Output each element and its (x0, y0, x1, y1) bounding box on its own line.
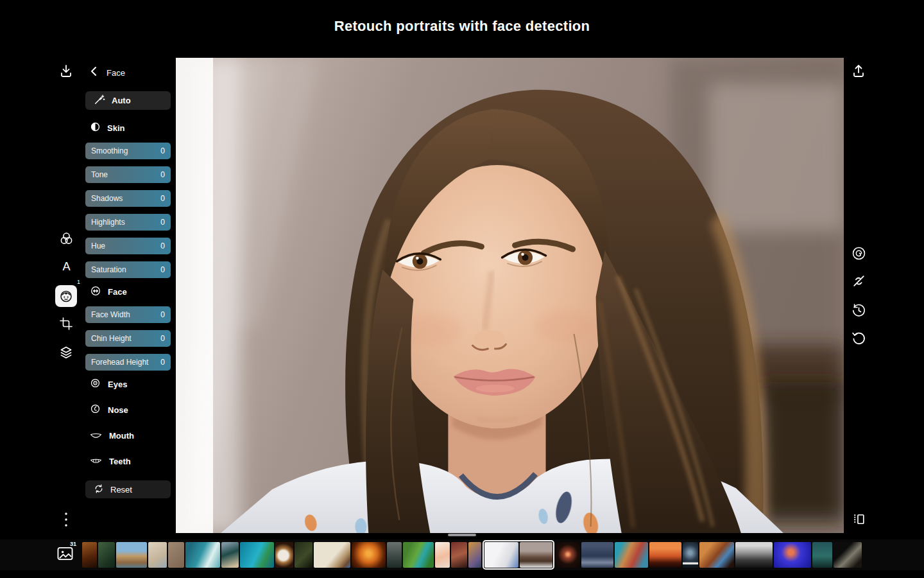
disable-adjustments-button[interactable] (851, 273, 867, 289)
thumbnail-mono-peak[interactable] (735, 542, 773, 568)
feature-teeth[interactable]: Teeth (85, 455, 171, 468)
thumbnail-sunset-figure[interactable] (649, 542, 681, 568)
slider-forehead-height[interactable]: Forehead Height 0 (85, 354, 171, 371)
thumbnail-storm-harbor[interactable] (581, 542, 613, 568)
slider-label: Forehead Height (91, 358, 148, 367)
spiral-button[interactable] (851, 245, 867, 261)
more-options-button[interactable] (64, 511, 69, 528)
slider-tone[interactable]: Tone 0 (85, 166, 171, 183)
auto-button[interactable]: Auto (85, 91, 171, 110)
slider-value: 0 (160, 310, 165, 319)
feature-eyes[interactable]: Eyes (85, 378, 171, 390)
feature-nose[interactable]: Nose (85, 403, 171, 416)
split-compare-button[interactable] (851, 511, 867, 527)
thumbnail-lion-rock[interactable] (82, 542, 97, 568)
more-dots-icon (64, 511, 69, 528)
thumbnail-green-leaves[interactable] (98, 542, 115, 568)
reset-label: Reset (110, 485, 132, 495)
slider-highlights[interactable]: Highlights 0 (85, 214, 171, 231)
skin-section-header: Skin (85, 121, 171, 134)
slider-face-width[interactable]: Face Width 0 (85, 306, 171, 323)
import-icon (58, 63, 74, 80)
thumbnail-strip (82, 542, 862, 568)
thumbnail-fire[interactable] (352, 542, 386, 568)
thumbnail-market-edge[interactable] (468, 542, 481, 568)
thumbnail-blossoms[interactable] (435, 542, 450, 568)
brush-slash-icon (851, 273, 867, 289)
thumbnail-venice-canal[interactable] (116, 542, 147, 568)
undo-button[interactable] (851, 330, 867, 346)
thumbnail-surfer-clip[interactable] (683, 542, 698, 568)
face-section-header: Face (85, 285, 171, 298)
history-button[interactable] (851, 302, 867, 319)
slider-value: 0 (160, 265, 165, 274)
thumbnail-eclipse[interactable] (556, 542, 580, 568)
library-icon (56, 554, 74, 563)
slider-value: 0 (160, 170, 165, 179)
slider-chin-height[interactable]: Chin Height 0 (85, 330, 171, 347)
thumbnail-havana-street[interactable] (615, 542, 648, 568)
thumbnail-ocean-wave[interactable] (185, 542, 220, 568)
slider-value: 0 (160, 218, 165, 227)
slider-label: Face Width (91, 310, 130, 319)
selected-thumbnail-group[interactable] (483, 540, 554, 570)
thumbnail-jungle-river[interactable] (403, 542, 434, 568)
photo-canvas[interactable] (176, 58, 844, 533)
slider-label: Tone (91, 170, 108, 179)
thumbnail-red-portrait[interactable] (451, 542, 467, 568)
export-button[interactable] (850, 63, 867, 80)
thumbnail-palm-beach[interactable] (221, 542, 239, 568)
svg-text:A: A (62, 260, 71, 273)
eye-icon (90, 378, 101, 390)
slider-smoothing[interactable]: Smoothing 0 (85, 143, 171, 159)
layers-icon (58, 344, 74, 361)
slider-hue[interactable]: Hue 0 (85, 238, 171, 254)
thumbnail-canyon-hiker[interactable] (699, 542, 734, 568)
text-tool-button[interactable]: A (59, 259, 74, 274)
adjust-tool-button[interactable] (58, 231, 74, 247)
thumbnail-bright-curtain[interactable] (484, 542, 518, 568)
slider-value: 0 (160, 334, 165, 343)
canvas-scroll-indicator[interactable] (448, 534, 476, 536)
thumbnail-deer[interactable] (314, 542, 350, 568)
feature-label: Mouth (109, 431, 134, 441)
thumbnail-clay-texture[interactable] (168, 542, 184, 568)
slider-label: Shadows (91, 194, 123, 203)
thumbnail-boat-sketch[interactable] (148, 542, 167, 568)
crop-icon (58, 316, 74, 331)
back-button[interactable]: Face (85, 66, 171, 80)
import-button[interactable] (58, 63, 74, 80)
thumbnail-portrait-current[interactable] (520, 542, 552, 568)
library-button[interactable]: 31 (56, 545, 74, 561)
thumbnail-waterfall[interactable] (387, 542, 402, 568)
nose-icon (90, 403, 101, 416)
slider-label: Chin Height (91, 334, 132, 343)
split-compare-icon (851, 511, 867, 527)
crop-tool-button[interactable] (58, 316, 74, 331)
feature-label: Nose (108, 405, 128, 415)
slider-value: 0 (160, 146, 165, 155)
auto-label: Auto (112, 96, 131, 105)
panel-title: Face (107, 68, 125, 78)
thumbnail-dark-foliage[interactable] (295, 542, 312, 568)
thumbnail-food-plate[interactable] (275, 542, 293, 568)
thumbnail-night-observatory[interactable] (812, 542, 832, 568)
face-tool-button-selected[interactable]: 1 (55, 285, 77, 307)
reset-button[interactable]: Reset (85, 480, 171, 498)
slider-label: Hue (91, 241, 105, 250)
wand-icon (94, 94, 105, 107)
face-section-label: Face (108, 287, 127, 297)
layers-tool-button[interactable] (58, 344, 74, 361)
teeth-icon (90, 457, 102, 466)
thumbnail-jellyfish[interactable] (774, 542, 811, 568)
feature-mouth[interactable]: Mouth (85, 429, 171, 442)
export-icon (850, 63, 867, 80)
spiral-icon (851, 245, 867, 261)
thumbnail-island-aerial[interactable] (240, 542, 274, 568)
library-count-badge: 31 (70, 541, 76, 547)
slider-shadows[interactable]: Shadows 0 (85, 190, 171, 207)
thumbnail-cave-light[interactable] (834, 542, 862, 568)
slider-saturation[interactable]: Saturation 0 (85, 261, 171, 278)
app-window: Retouch portraits with face detection A (0, 0, 924, 578)
undo-icon (851, 330, 867, 346)
